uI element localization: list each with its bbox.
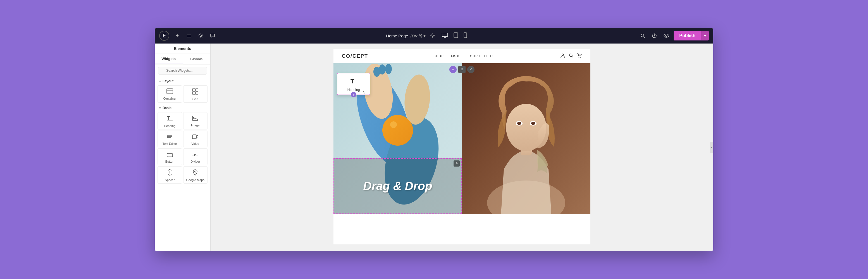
svg-point-48: [379, 64, 386, 74]
svg-point-8: [456, 37, 456, 37]
svg-point-44: [390, 121, 397, 128]
menu-item-beliefs: OUR BELIEFS: [470, 55, 495, 58]
svg-rect-18: [192, 89, 195, 91]
image-icon: [192, 115, 198, 123]
svg-point-14: [664, 34, 669, 37]
edit-icon-corner[interactable]: ✎: [454, 161, 460, 167]
grid-label: Grid: [192, 97, 198, 101]
svg-point-39: [580, 57, 581, 58]
container-widget[interactable]: Container: [157, 85, 182, 103]
desktop-view-button[interactable]: [440, 31, 450, 40]
svg-text:T: T: [350, 78, 354, 84]
publish-button[interactable]: Publish: [674, 31, 701, 40]
site-nav-icons: [560, 53, 582, 59]
panel-collapse-button[interactable]: ‹: [710, 142, 713, 153]
search-box: 🔍: [155, 64, 210, 77]
heading-widget-popup[interactable]: T Heading + ↖: [337, 73, 370, 95]
site-navigation: CO/CEPT SHOP ABOUT OUR BELIEFS: [334, 49, 590, 63]
grid-widget[interactable]: Grid: [183, 85, 208, 103]
svg-point-13: [654, 37, 655, 37]
page-title-dropdown[interactable]: ▾: [424, 33, 426, 38]
svg-point-38: [579, 57, 579, 58]
heading-widget-icon: T: [350, 77, 357, 86]
toolbar-right: Publish ▾: [638, 31, 709, 40]
grid-icon: [192, 89, 198, 96]
editor-window: E + CO/CEPT Home Page (Draft) ▾: [155, 28, 713, 251]
image-label: Image: [191, 124, 200, 127]
svg-point-36: [562, 54, 564, 56]
google-maps-widget[interactable]: Google Maps: [183, 166, 208, 183]
svg-point-37: [569, 54, 572, 57]
publish-dropdown-button[interactable]: ▾: [701, 31, 709, 40]
svg-rect-1: [187, 36, 191, 36]
drag-drop-text: Drag & Drop: [363, 179, 432, 193]
svg-rect-20: [192, 92, 195, 94]
svg-rect-30: [167, 153, 173, 157]
panel-header: Elements: [155, 43, 210, 54]
hero-left: T Heading + ↖ Drag & Drop: [334, 63, 462, 214]
svg-point-33: [194, 154, 196, 156]
layout-widgets-grid: Container Grid: [155, 84, 210, 104]
heading-widget-plus: +: [351, 92, 356, 97]
toolbar-icons-left: +: [173, 31, 217, 40]
video-widget[interactable]: Video: [183, 131, 208, 147]
page-settings-gear[interactable]: [430, 33, 435, 38]
menu-item-about: ABOUT: [451, 55, 463, 58]
panel-tabs: Widgets Globals: [155, 54, 210, 64]
divider-widget[interactable]: Divider: [183, 148, 208, 165]
move-section-button[interactable]: ⠿: [458, 66, 466, 73]
settings-button[interactable]: [196, 31, 206, 40]
text-editor-widget[interactable]: Text Editor: [157, 131, 182, 147]
heading-icon: T: [167, 115, 173, 123]
divider-label: Divider: [190, 160, 200, 163]
google-maps-label: Google Maps: [186, 178, 205, 182]
svg-rect-19: [195, 89, 198, 91]
cursor-indicator: ↖: [362, 90, 366, 95]
toolbar-center: CO/CEPT Home Page (Draft) ▾: [221, 31, 634, 40]
button-widget[interactable]: Button: [157, 148, 182, 165]
svg-rect-21: [195, 92, 198, 94]
container-icon: [166, 89, 173, 96]
layers-button[interactable]: [184, 31, 194, 40]
comments-button[interactable]: [208, 31, 217, 40]
spacer-icon: [167, 169, 172, 177]
add-section-button[interactable]: +: [450, 66, 457, 73]
svg-text:T: T: [167, 115, 170, 121]
close-section-button[interactable]: ✕: [467, 66, 474, 73]
mobile-view-button[interactable]: [461, 31, 469, 40]
add-element-button[interactable]: +: [173, 31, 182, 40]
help-button[interactable]: [650, 32, 659, 39]
image-widget[interactable]: Image: [183, 112, 208, 130]
basic-section-label: ▼ Basic: [155, 104, 210, 111]
user-icon: [560, 53, 565, 59]
canvas-area[interactable]: ‹ CO/CEPT SHOP ABOUT OUR BELIEFS: [211, 43, 713, 251]
container-label: Container: [163, 97, 177, 100]
globals-tab[interactable]: Globals: [183, 54, 211, 64]
heading-widget-panel[interactable]: T Heading: [157, 112, 182, 130]
search-button[interactable]: [638, 32, 647, 39]
device-switcher: [440, 31, 469, 40]
basic-widgets-grid: T Heading Image Text Editor: [155, 111, 210, 185]
svg-point-59: [531, 121, 535, 125]
preview-button[interactable]: [661, 33, 672, 39]
divider-icon: [192, 151, 198, 159]
publish-button-group: Publish ▾: [674, 31, 709, 40]
site-menu: SHOP ABOUT OUR BELIEFS: [433, 55, 495, 58]
drag-drop-overlay[interactable]: Drag & Drop ✎: [334, 158, 462, 214]
svg-rect-29: [192, 135, 196, 139]
hero-section: T Heading + ↖ Drag & Drop: [334, 63, 590, 214]
svg-rect-4: [211, 34, 215, 37]
svg-point-49: [385, 64, 392, 74]
heading-label: Heading: [164, 124, 176, 128]
portrait-bg: [462, 63, 590, 214]
spacer-widget[interactable]: Spacer: [157, 166, 182, 183]
layout-section-label: ▼ Layout: [155, 77, 210, 84]
page-title-area: CO/CEPT Home Page (Draft) ▾: [386, 33, 426, 38]
tablet-view-button[interactable]: [451, 31, 460, 40]
search-input[interactable]: [158, 67, 207, 74]
website-preview: CO/CEPT SHOP ABOUT OUR BELIEFS: [334, 49, 590, 244]
svg-rect-16: [167, 89, 173, 94]
widgets-tab[interactable]: Widgets: [155, 54, 183, 64]
svg-point-11: [641, 34, 644, 37]
search-nav-icon: [568, 53, 574, 59]
